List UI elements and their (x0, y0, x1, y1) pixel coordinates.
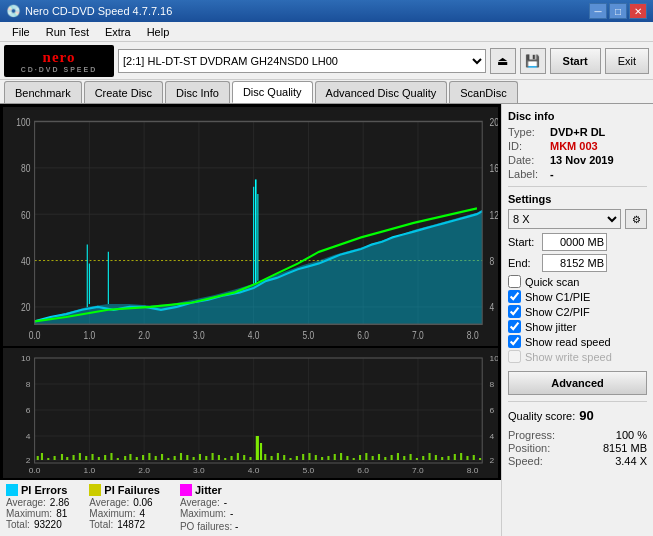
legend-stats: PI Errors Average: 2.86 Maximum: 81 Tota… (6, 484, 495, 532)
svg-text:40: 40 (21, 255, 31, 268)
svg-rect-76 (54, 456, 56, 460)
svg-rect-75 (47, 458, 49, 460)
svg-rect-143 (473, 455, 475, 460)
pie-total-label: Total: (6, 519, 30, 530)
svg-rect-142 (466, 456, 468, 460)
svg-text:20: 20 (490, 116, 498, 129)
svg-text:2.0: 2.0 (138, 328, 150, 341)
svg-rect-78 (66, 457, 68, 460)
show-jitter-checkbox[interactable] (508, 320, 521, 333)
tab-disc-quality[interactable]: Disc Quality (232, 81, 313, 103)
menu-extra[interactable]: Extra (97, 24, 139, 40)
speed-select[interactable]: 8 X (508, 209, 621, 229)
svg-text:4: 4 (490, 432, 495, 441)
start-input[interactable] (542, 233, 607, 251)
tab-create-disc[interactable]: Create Disc (84, 81, 163, 103)
show-c1pie-label: Show C1/PIE (525, 291, 590, 303)
svg-rect-120 (327, 456, 329, 460)
svg-text:60: 60 (21, 208, 31, 221)
minimize-button[interactable]: ─ (589, 3, 607, 19)
svg-text:16: 16 (490, 162, 498, 175)
exit-button[interactable]: Exit (605, 48, 649, 74)
svg-rect-130 (391, 455, 393, 460)
drive-select[interactable]: [2:1] HL-DT-ST DVDRAM GH24NSD0 LH00 (118, 49, 486, 73)
svg-rect-86 (117, 458, 119, 460)
pif-color-indicator (89, 484, 101, 496)
svg-rect-89 (136, 457, 138, 460)
svg-text:8: 8 (490, 255, 495, 268)
eject-button[interactable]: ⏏ (490, 48, 516, 74)
svg-rect-98 (193, 457, 195, 460)
svg-rect-90 (142, 455, 144, 460)
svg-rect-93 (161, 454, 163, 460)
pif-label: PI Failures (104, 484, 160, 496)
tab-disc-info[interactable]: Disc Info (165, 81, 230, 103)
svg-text:4.0: 4.0 (248, 328, 260, 341)
svg-rect-134 (416, 458, 418, 460)
menu-help[interactable]: Help (139, 24, 178, 40)
id-label: ID: (508, 140, 546, 152)
pie-max-label: Maximum: (6, 508, 52, 519)
svg-rect-85 (110, 453, 112, 460)
maximize-button[interactable]: □ (609, 3, 627, 19)
type-value: DVD+R DL (550, 126, 605, 138)
settings-icon-button[interactable]: ⚙ (625, 209, 647, 229)
show-write-speed-checkbox[interactable] (508, 350, 521, 363)
svg-rect-83 (98, 457, 100, 460)
svg-rect-102 (218, 455, 220, 460)
type-label: Type: (508, 126, 546, 138)
pie-legend: PI Errors Average: 2.86 Maximum: 81 Tota… (6, 484, 69, 532)
end-label: End: (508, 257, 538, 269)
quality-score-value: 90 (579, 408, 593, 423)
svg-text:8.0: 8.0 (467, 328, 479, 341)
quick-scan-checkbox[interactable] (508, 275, 521, 288)
svg-rect-112 (277, 453, 279, 460)
svg-rect-140 (454, 454, 456, 460)
svg-text:5.0: 5.0 (303, 328, 315, 341)
tab-advanced-disc-quality[interactable]: Advanced Disc Quality (315, 81, 448, 103)
svg-rect-136 (428, 453, 430, 460)
svg-text:6: 6 (490, 406, 495, 415)
start-button[interactable]: Start (550, 48, 601, 74)
toolbar: nero CD·DVD SPEED [2:1] HL-DT-ST DVDRAM … (0, 42, 653, 80)
pif-total-value: 14872 (117, 519, 145, 530)
svg-rect-106 (243, 455, 245, 460)
show-c1pie-checkbox[interactable] (508, 290, 521, 303)
svg-rect-81 (85, 456, 87, 460)
bottom-chart: 10 8 6 4 2 10 8 6 4 2 0.0 1.0 2.0 3.0 4.… (3, 348, 498, 478)
date-label: Date: (508, 154, 546, 166)
id-value: MKM 003 (550, 140, 598, 152)
svg-rect-135 (422, 456, 424, 460)
main-content: 100 80 60 40 20 20 16 12 8 4 0.0 1.0 2.0… (0, 104, 653, 536)
svg-text:6: 6 (26, 406, 31, 415)
svg-rect-138 (441, 457, 443, 460)
disc-label-value: - (550, 168, 554, 180)
svg-rect-114 (289, 458, 291, 460)
svg-rect-131 (397, 453, 399, 460)
svg-rect-121 (334, 454, 336, 460)
svg-text:7.0: 7.0 (412, 466, 424, 475)
save-button[interactable]: 💾 (520, 48, 546, 74)
end-input[interactable] (542, 254, 607, 272)
pof-value: - (235, 521, 238, 532)
menu-file[interactable]: File (4, 24, 38, 40)
menu-run-test[interactable]: Run Test (38, 24, 97, 40)
settings-section: Settings 8 X ⚙ Start: End: Quick scan (508, 193, 647, 395)
jitter-avg-label: Average: (180, 497, 220, 508)
start-label: Start: (508, 236, 538, 248)
svg-rect-113 (283, 455, 285, 460)
tab-scan-disc[interactable]: ScanDisc (449, 81, 517, 103)
svg-rect-115 (296, 456, 298, 460)
svg-rect-139 (447, 456, 449, 460)
quality-score-label: Quality score: (508, 410, 575, 422)
svg-rect-96 (180, 453, 182, 460)
close-button[interactable]: ✕ (629, 3, 647, 19)
svg-text:0.0: 0.0 (29, 328, 41, 341)
show-read-speed-checkbox[interactable] (508, 335, 521, 348)
svg-text:6.0: 6.0 (357, 466, 369, 475)
tab-benchmark[interactable]: Benchmark (4, 81, 82, 103)
settings-title: Settings (508, 193, 647, 205)
show-c2pif-checkbox[interactable] (508, 305, 521, 318)
advanced-button[interactable]: Advanced (508, 371, 647, 395)
svg-rect-127 (372, 456, 374, 460)
